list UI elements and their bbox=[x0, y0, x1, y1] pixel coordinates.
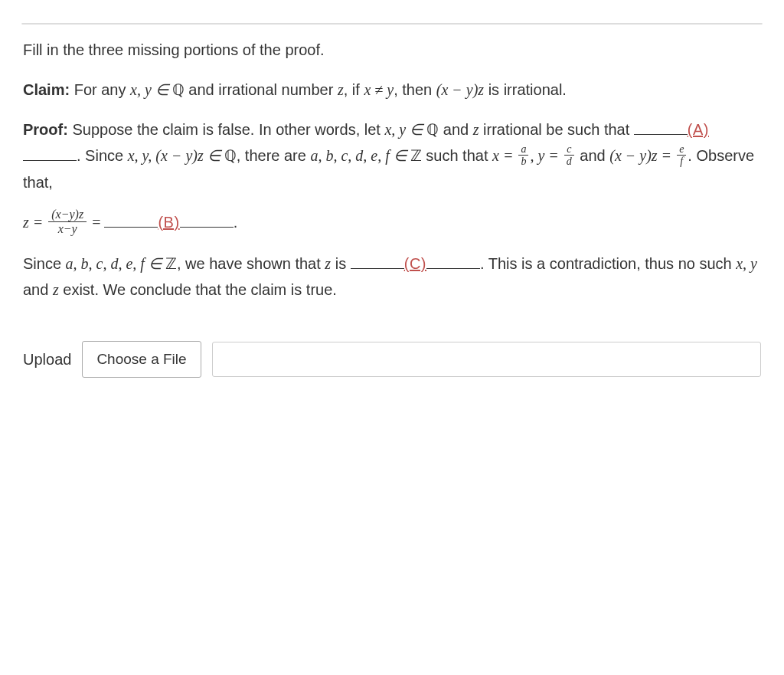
proof-text-1b: and bbox=[439, 121, 472, 138]
proof-text-2f: exist. We conclude that the claim is tru… bbox=[59, 281, 337, 298]
frac-a-num: a bbox=[518, 143, 528, 156]
frac-big-num: (x−y)z bbox=[48, 208, 87, 222]
proof-text-2e: and bbox=[23, 281, 53, 298]
proof-text-1d: . Since bbox=[77, 147, 128, 164]
blank-after-b bbox=[180, 214, 234, 228]
proof-text-1f: such that bbox=[422, 147, 492, 164]
rational-symbol: ℚ bbox=[172, 81, 185, 98]
blank-before-a bbox=[634, 121, 688, 135]
equation-z: z = (x−y)zx−y = (B). bbox=[23, 209, 761, 238]
period-b: . bbox=[234, 214, 238, 231]
claim-text-5: is irrational. bbox=[484, 81, 567, 98]
choose-file-button[interactable]: Choose a File bbox=[82, 341, 201, 378]
frac-c-num: c bbox=[564, 143, 574, 156]
proof-math-xy: x, y ∈ bbox=[384, 121, 426, 138]
claim-text-3: , if bbox=[344, 81, 364, 98]
proof-paragraph-1: Proof: Suppose the claim is false. In ot… bbox=[23, 116, 761, 195]
rational-symbol-3: ℚ bbox=[224, 147, 237, 164]
claim-text-2: and irrational number bbox=[185, 81, 338, 98]
proof-math-xy2: x, y bbox=[736, 255, 757, 272]
proof-math-abcdef: a, b, c, d, e, f ∈ bbox=[310, 147, 410, 164]
question-header-box bbox=[21, 23, 763, 25]
eq-equals: = bbox=[88, 214, 104, 231]
frac-e-den: f bbox=[677, 156, 686, 167]
proof-math-z2: z bbox=[325, 255, 331, 272]
integer-symbol: ℤ bbox=[410, 147, 422, 164]
upload-label: Upload bbox=[23, 346, 71, 372]
blank-after-c bbox=[426, 255, 480, 269]
blank-label-b[interactable]: (B) bbox=[158, 214, 179, 231]
claim-paragraph: Claim: For any x, y ∈ ℚ and irrational n… bbox=[23, 77, 761, 103]
eq-and: and bbox=[576, 147, 609, 164]
claim-math-xy: x, y ∈ bbox=[130, 81, 172, 98]
proof-math-z3: z bbox=[53, 281, 59, 298]
upload-row: Upload Choose a File bbox=[23, 341, 761, 378]
frac-big-den: x−y bbox=[48, 222, 87, 236]
proof-text-1c: irrational be such that bbox=[479, 121, 633, 138]
integer-symbol-2: ℤ bbox=[165, 255, 177, 272]
eq-z-lhs: z = bbox=[23, 214, 47, 231]
claim-text-1: For any bbox=[74, 81, 130, 98]
rational-symbol-2: ℚ bbox=[426, 121, 439, 138]
question-content: Fill in the three missing portions of th… bbox=[21, 34, 763, 381]
proof-text-2d: . This is a contradiction, thus no such bbox=[480, 255, 736, 272]
frac-c-den: d bbox=[564, 156, 574, 167]
instruction-text: Fill in the three missing portions of th… bbox=[23, 37, 761, 63]
claim-math-neq: x ≠ y bbox=[364, 81, 394, 98]
proof-label: Proof: bbox=[23, 121, 68, 138]
frac-e-num: e bbox=[677, 143, 686, 156]
fraction-cd: cd bbox=[564, 143, 574, 168]
claim-math-z: z bbox=[338, 81, 344, 98]
blank-label-a[interactable]: (A) bbox=[688, 121, 709, 138]
proof-text-1e: , there are bbox=[237, 147, 311, 164]
frac-a-den: b bbox=[518, 156, 528, 167]
proof-math-abcdef2: a, b, c, d, e, f ∈ bbox=[66, 255, 165, 272]
blank-before-c bbox=[351, 255, 404, 269]
eq-xyz: (x − y)z = bbox=[609, 147, 675, 164]
proof-text-2a: Since bbox=[23, 255, 66, 272]
proof-text-1a: Suppose the claim is false. In other wor… bbox=[72, 121, 384, 138]
proof-math-xyxyz: x, y, (x − y)z ∈ bbox=[128, 147, 224, 164]
blank-before-b bbox=[104, 214, 158, 228]
fraction-ab: ab bbox=[518, 143, 528, 168]
eq-x: x = bbox=[492, 147, 517, 164]
claim-label: Claim: bbox=[23, 81, 70, 98]
proof-text-2c: is bbox=[331, 255, 351, 272]
blank-after-a bbox=[23, 147, 77, 161]
file-display[interactable] bbox=[212, 342, 761, 377]
claim-math-xyz: (x − y)z bbox=[436, 81, 484, 98]
claim-text-4: , then bbox=[394, 81, 436, 98]
fraction-ef: ef bbox=[677, 143, 686, 168]
eq-y: , y = bbox=[530, 147, 562, 164]
blank-label-c[interactable]: (C) bbox=[404, 255, 426, 272]
fraction-big: (x−y)zx−y bbox=[48, 208, 87, 235]
proof-paragraph-2: Since a, b, c, d, e, f ∈ ℤ, we have show… bbox=[23, 251, 761, 303]
proof-text-2b: , we have shown that bbox=[177, 255, 325, 272]
